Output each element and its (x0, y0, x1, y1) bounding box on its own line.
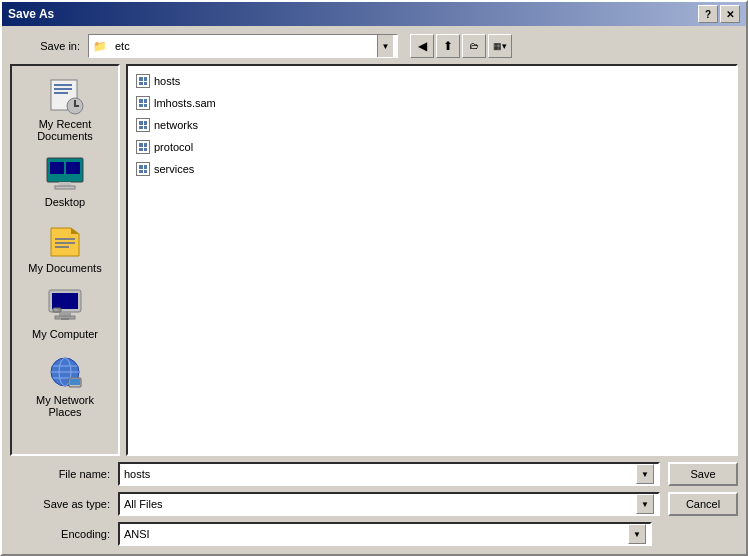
svg-rect-27 (70, 379, 80, 385)
svg-rect-7 (59, 182, 71, 186)
filename-value: hosts (124, 468, 636, 480)
file-item-hosts[interactable]: hosts (132, 70, 732, 92)
filename-dropdown-btn[interactable]: ▼ (636, 464, 654, 484)
sidebar-item-mycomputer[interactable]: My Computer (20, 282, 110, 344)
save-in-combo[interactable]: 📁 etc (88, 34, 398, 58)
svg-point-20 (58, 309, 60, 311)
my-computer-icon (45, 286, 85, 326)
encoding-dropdown-btn[interactable]: ▼ (628, 524, 646, 544)
sidebar-item-desktop[interactable]: Desktop (20, 150, 110, 212)
desktop-icon (45, 154, 85, 194)
file-item-services[interactable]: services (132, 158, 732, 180)
savetype-label: Save as type: (10, 498, 110, 510)
sidebar-mynetwork-label: My Network Places (24, 394, 106, 418)
save-in-row: Save in: 📁 etc ◀ ⬆ 🗁 ▦▾ (10, 34, 738, 58)
file-icon (136, 74, 150, 88)
back-button[interactable]: ◀ (410, 34, 434, 58)
sidebar-mycomputer-label: My Computer (32, 328, 98, 340)
action-buttons: Save (668, 462, 738, 486)
new-folder-button[interactable]: 🗁 (462, 34, 486, 58)
file-icon (136, 162, 150, 176)
views-button[interactable]: ▦▾ (488, 34, 512, 58)
file-icon (136, 96, 150, 110)
svg-rect-11 (55, 238, 75, 240)
svg-rect-8 (55, 186, 75, 189)
file-item-lmhosts[interactable]: lmhosts.sam (132, 92, 732, 114)
title-bar-buttons: ? ✕ (698, 5, 740, 23)
svg-rect-16 (59, 312, 71, 316)
help-button[interactable]: ? (698, 5, 718, 23)
title-bar: Save As ? ✕ (2, 2, 746, 26)
svg-rect-12 (55, 242, 75, 244)
toolbar: ◀ ⬆ 🗁 ▦▾ (410, 34, 512, 58)
file-icon (136, 118, 150, 132)
filename-label: File name: (10, 468, 110, 480)
file-list[interactable]: hosts lmhosts.sam networks (126, 64, 738, 456)
svg-rect-15 (52, 293, 78, 309)
filename-combo[interactable]: hosts ▼ (118, 462, 660, 486)
savetype-combo[interactable]: All Files ▼ (118, 492, 660, 516)
svg-rect-10 (66, 162, 80, 174)
file-name: lmhosts.sam (154, 97, 216, 109)
encoding-row: Encoding: ANSI ▼ (10, 522, 738, 546)
svg-rect-18 (61, 318, 69, 320)
dialog-content: Save in: 📁 etc ◀ ⬆ 🗁 ▦▾ (2, 26, 746, 554)
svg-rect-2 (54, 88, 72, 90)
title-bar-left: Save As (8, 7, 54, 21)
file-name: hosts (154, 75, 180, 87)
sidebar: My Recent Documents Desktop (10, 64, 120, 456)
encoding-label: Encoding: (10, 528, 110, 540)
recent-documents-icon (45, 76, 85, 116)
save-as-dialog: Save As ? ✕ Save in: 📁 etc ◀ ⬆ 🗁 ▦▾ (0, 0, 748, 556)
file-icon (136, 140, 150, 154)
save-in-value: etc (115, 40, 373, 52)
action-buttons-2: Cancel (668, 492, 738, 516)
my-documents-icon (45, 220, 85, 260)
sidebar-mydocs-label: My Documents (28, 262, 101, 274)
file-name: networks (154, 119, 198, 131)
encoding-combo[interactable]: ANSI ▼ (118, 522, 652, 546)
dialog-title: Save As (8, 7, 54, 21)
up-one-level-button[interactable]: ⬆ (436, 34, 460, 58)
sidebar-recent-label: My Recent Documents (24, 118, 106, 142)
save-button[interactable]: Save (668, 462, 738, 486)
svg-rect-3 (54, 92, 68, 94)
sidebar-desktop-label: Desktop (45, 196, 85, 208)
save-in-dropdown-btn[interactable] (377, 35, 393, 57)
bottom-form: File name: hosts ▼ Save Save as type: Al… (10, 462, 738, 546)
savetype-dropdown-btn[interactable]: ▼ (636, 494, 654, 514)
my-network-places-icon (45, 352, 85, 392)
file-item-networks[interactable]: networks (132, 114, 732, 136)
close-button[interactable]: ✕ (720, 5, 740, 23)
sidebar-item-mynetwork[interactable]: My Network Places (20, 348, 110, 422)
savetype-row: Save as type: All Files ▼ Cancel (10, 492, 738, 516)
file-name: services (154, 163, 194, 175)
sidebar-item-mydocs[interactable]: My Documents (20, 216, 110, 278)
file-name: protocol (154, 141, 193, 153)
svg-rect-9 (50, 162, 64, 174)
file-item-protocol[interactable]: protocol (132, 136, 732, 158)
main-area: My Recent Documents Desktop (10, 64, 738, 456)
encoding-value: ANSI (124, 528, 628, 540)
save-in-label: Save in: (10, 40, 80, 52)
svg-rect-13 (55, 246, 69, 248)
cancel-button[interactable]: Cancel (668, 492, 738, 516)
svg-rect-28 (72, 387, 78, 388)
svg-rect-1 (54, 84, 72, 86)
sidebar-item-recent[interactable]: My Recent Documents (20, 72, 110, 146)
savetype-value: All Files (124, 498, 636, 510)
filename-row: File name: hosts ▼ Save (10, 462, 738, 486)
